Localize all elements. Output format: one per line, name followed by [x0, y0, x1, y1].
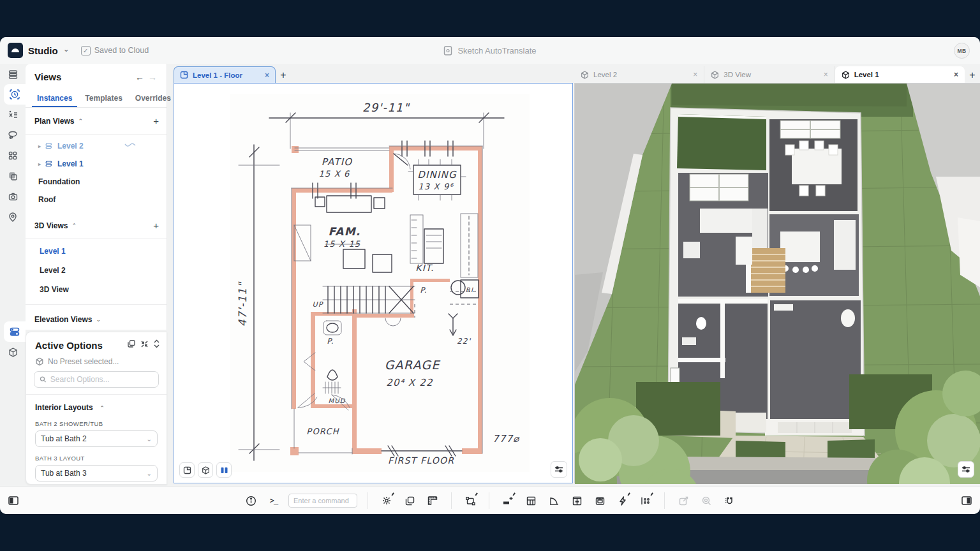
- variables-icon[interactable]: [0, 105, 26, 125]
- plan-label-fam: FAM.: [329, 225, 361, 238]
- markup-tool-icon[interactable]: [675, 492, 692, 509]
- add-3d-view-button[interactable]: +: [153, 220, 159, 231]
- avatar[interactable]: MB: [954, 43, 970, 59]
- close-icon[interactable]: ×: [265, 71, 269, 80]
- document-title[interactable]: Sketch AutoTranslate: [457, 46, 536, 55]
- wall-tool-icon[interactable]: [500, 492, 516, 509]
- add-tab-button[interactable]: +: [965, 68, 980, 83]
- plan-view-label[interactable]: Level 2: [57, 142, 84, 151]
- tab-label[interactable]: Level 1 - Floor: [193, 71, 242, 79]
- tab-level-1-3d[interactable]: Level 1 ×: [835, 66, 965, 83]
- tab-templates[interactable]: Templates: [80, 90, 127, 107]
- lasso-icon[interactable]: [0, 125, 26, 145]
- 3d-views-header[interactable]: 3D Views: [34, 221, 68, 230]
- duplicate-panel-icon[interactable]: [127, 339, 136, 351]
- location-pin-icon[interactable]: [0, 207, 26, 227]
- active-options-icon[interactable]: [4, 321, 26, 342]
- preset-hint: No Preset selected...: [48, 357, 119, 366]
- chevron-down-icon: ⌄: [147, 470, 152, 477]
- resize-panel-icon[interactable]: [153, 339, 160, 351]
- auto-tool-icon[interactable]: [614, 492, 631, 509]
- toggle-right-panel-icon[interactable]: [958, 492, 975, 509]
- plan-sheet-title: FIRST FLOOR: [388, 455, 454, 466]
- collapse-panel-icon[interactable]: [140, 339, 149, 351]
- 3d-view-mode-button[interactable]: [198, 462, 213, 478]
- apps-grid-icon[interactable]: [0, 145, 26, 166]
- plan-view-level-2[interactable]: ▸ Level 2: [26, 137, 167, 155]
- view-settings-button[interactable]: [958, 461, 974, 478]
- interior-layouts-header[interactable]: Interior Layouts: [35, 403, 93, 412]
- plan-view-foundation[interactable]: Foundation: [26, 173, 167, 191]
- door-swing-tool-icon[interactable]: [546, 492, 562, 509]
- search-options-input[interactable]: [50, 375, 153, 384]
- app-bar: Studio ⌄ ✓ Saved to Cloud Sketch AutoTra…: [0, 37, 980, 64]
- floor-plan-canvas[interactable]: 29'-11" 47'-11": [174, 83, 573, 483]
- scribble-icon: [124, 143, 136, 148]
- camera-icon[interactable]: [0, 186, 26, 207]
- 3d-viewport[interactable]: [574, 83, 980, 483]
- 3d-render: [575, 84, 980, 484]
- expand-caret-icon[interactable]: ⌄: [96, 316, 101, 323]
- views-manager-icon[interactable]: [4, 84, 26, 105]
- close-icon[interactable]: ×: [954, 70, 958, 79]
- collapse-caret-icon[interactable]: ⌃: [71, 223, 77, 229]
- tab-label[interactable]: Level 2: [593, 71, 617, 78]
- command-input[interactable]: [288, 494, 357, 508]
- close-icon[interactable]: ×: [824, 70, 828, 79]
- tab-label[interactable]: Level 1: [854, 71, 879, 78]
- find-lookup-icon[interactable]: [698, 492, 715, 509]
- collapse-caret-icon[interactable]: ⌃: [78, 118, 83, 124]
- duplicate-tool-icon[interactable]: [401, 492, 418, 509]
- view-settings-button[interactable]: [551, 461, 567, 478]
- data-table-icon[interactable]: [0, 64, 26, 84]
- snap-magnet-icon[interactable]: [721, 492, 738, 509]
- cube-tab-icon: [711, 71, 719, 79]
- elevation-views-header[interactable]: Elevation Views: [34, 315, 93, 324]
- layer-stack-icon: [45, 160, 54, 168]
- tab-overrides[interactable]: Overrides: [130, 90, 176, 107]
- add-plan-view-button[interactable]: +: [153, 115, 159, 126]
- options-search[interactable]: [34, 371, 159, 388]
- expand-caret-icon[interactable]: ▸: [38, 161, 41, 167]
- plan-views-header[interactable]: Plan Views: [34, 117, 74, 126]
- info-icon[interactable]: [242, 492, 259, 509]
- materials-icon[interactable]: [0, 166, 26, 186]
- tab-label[interactable]: 3D View: [724, 71, 751, 78]
- close-icon[interactable]: ×: [693, 70, 697, 79]
- plan-view-mode-button[interactable]: [179, 462, 195, 478]
- array-tool-icon[interactable]: [637, 492, 654, 509]
- tab-level-2-3d[interactable]: Level 2 ×: [574, 66, 704, 83]
- bath-3-select[interactable]: Tub at Bath 3 ⌄: [35, 465, 158, 481]
- measure-tool-icon[interactable]: [424, 492, 441, 509]
- tab-3d-view[interactable]: 3D View ×: [704, 66, 835, 83]
- tab-level-1-floor[interactable]: Level 1 - Floor ×: [174, 66, 276, 83]
- tab-instances[interactable]: Instances: [32, 90, 77, 107]
- 3d-view-level-1[interactable]: Level 1: [26, 242, 167, 261]
- 3d-view-level-2[interactable]: Level 2: [26, 261, 167, 280]
- plan-view-level-1[interactable]: ▸ Level 1: [26, 155, 167, 173]
- assets-cube-icon[interactable]: [0, 342, 26, 362]
- select-tool-icon[interactable]: [378, 492, 395, 509]
- bath-2-select[interactable]: Tub at Bath 2 ⌄: [35, 430, 158, 447]
- appliance-tool-icon[interactable]: [591, 492, 608, 509]
- window-tool-icon[interactable]: [523, 492, 539, 509]
- field-label: BATH 2 SHOWER/TUB: [35, 420, 158, 427]
- split-view-button[interactable]: [216, 462, 232, 478]
- history-forward-icon[interactable]: →: [146, 72, 159, 82]
- collapse-caret-icon[interactable]: ⌃: [100, 405, 105, 411]
- expand-caret-icon[interactable]: ▸: [38, 143, 41, 149]
- plan-label-area: 777⌀: [493, 433, 520, 444]
- history-back-icon[interactable]: ←: [133, 72, 146, 82]
- add-tab-button[interactable]: +: [276, 68, 291, 83]
- plan-view-roof[interactable]: Roof: [26, 191, 167, 209]
- plan-label-garage-size: 20⁴ X 22: [386, 377, 433, 388]
- plan-view-label[interactable]: Level 1: [57, 159, 84, 168]
- 3d-view-3d-view[interactable]: 3D View: [26, 280, 167, 299]
- plan-view-label[interactable]: Foundation: [38, 177, 80, 186]
- rectangle-tool-icon[interactable]: [462, 492, 479, 509]
- plan-view-label[interactable]: Roof: [38, 195, 56, 204]
- double-door-tool-icon[interactable]: [568, 492, 585, 509]
- command-prompt-icon[interactable]: >_: [265, 492, 282, 509]
- floorplan-sketch: 29'-11" 47'-11": [230, 94, 530, 472]
- plan-label-porch: PORCH: [306, 427, 339, 436]
